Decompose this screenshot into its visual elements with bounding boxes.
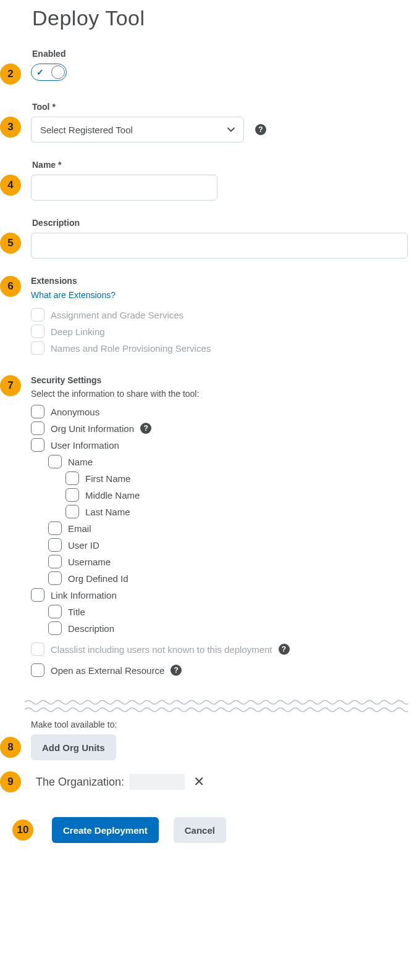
userinfo-label: User Information: [51, 440, 119, 451]
remove-org-icon[interactable]: ✕: [193, 774, 204, 790]
uname-label: Name: [68, 457, 93, 467]
openext-checkbox[interactable]: [31, 663, 44, 677]
ext-dl-label: Deep Linking: [51, 326, 105, 337]
name-input[interactable]: [31, 175, 217, 201]
openext-help-icon[interactable]: ?: [171, 665, 182, 676]
firstname-checkbox[interactable]: [65, 471, 79, 485]
step-badge-6: 6: [0, 276, 21, 297]
cancel-button[interactable]: Cancel: [174, 817, 226, 843]
name-label: Name *: [32, 160, 417, 170]
openext-label: Open as External Resource: [51, 665, 164, 676]
linkdesc-label: Description: [68, 623, 114, 634]
email-checkbox[interactable]: [48, 521, 62, 535]
step-badge-2: 2: [0, 64, 21, 85]
org-name-redacted: [129, 774, 185, 790]
ext-ags-label: Assignment and Grade Services: [51, 310, 183, 320]
step-badge-9: 9: [0, 771, 21, 792]
what-are-extensions-link[interactable]: What are Extensions?: [31, 290, 116, 300]
step-badge-4: 4: [0, 175, 21, 196]
org-label: The Organization:: [36, 776, 124, 789]
username-checkbox[interactable]: [48, 555, 62, 568]
firstname-label: First Name: [85, 473, 130, 484]
tool-select-value: Select Registered Tool: [40, 125, 133, 135]
anonymous-label: Anonymous: [51, 407, 99, 417]
step-badge-3: 3: [0, 117, 21, 138]
enabled-label: Enabled: [32, 49, 417, 59]
orgdefined-label: Org Defined Id: [68, 573, 128, 584]
check-icon: ✓: [36, 67, 44, 77]
tool-select[interactable]: Select Registered Tool: [31, 117, 244, 143]
step-badge-10: 10: [12, 820, 33, 841]
step-badge-7: 7: [0, 375, 21, 396]
classlist-help-icon[interactable]: ?: [279, 644, 290, 655]
ext-dl-checkbox: [31, 325, 44, 338]
security-helper: Select the information to share with the…: [31, 389, 417, 399]
description-input[interactable]: [31, 233, 408, 259]
description-label: Description: [32, 218, 417, 228]
email-label: Email: [68, 523, 91, 534]
classlist-label: Classlist including users not known to t…: [51, 644, 272, 655]
orgunit-help-icon[interactable]: ?: [140, 423, 151, 434]
linktitle-label: Title: [68, 607, 85, 617]
linkinfo-label: Link Information: [51, 590, 117, 600]
username-label: Username: [68, 557, 111, 567]
uname-checkbox[interactable]: [48, 455, 62, 468]
middlename-label: Middle Name: [85, 490, 140, 500]
security-label: Security Settings: [31, 375, 417, 385]
linkdesc-checkbox[interactable]: [48, 621, 62, 635]
enabled-toggle[interactable]: ✓: [31, 64, 67, 81]
classlist-checkbox: [31, 642, 44, 656]
userid-label: User ID: [68, 540, 99, 550]
extensions-label: Extensions: [31, 276, 417, 286]
anonymous-checkbox[interactable]: [31, 405, 44, 418]
section-divider: [25, 697, 417, 715]
userid-checkbox[interactable]: [48, 538, 62, 552]
orgunit-label: Org Unit Information: [51, 423, 134, 434]
toggle-knob: [51, 65, 65, 79]
make-tool-label: Make tool available to:: [31, 720, 417, 729]
tool-help-icon[interactable]: ?: [255, 124, 266, 135]
tool-label: Tool *: [32, 102, 417, 112]
ext-ags-checkbox: [31, 308, 44, 322]
chevron-down-icon: [227, 126, 235, 133]
step-badge-5: 5: [0, 233, 21, 254]
add-org-units-button[interactable]: Add Org Units: [31, 734, 116, 760]
create-deployment-button[interactable]: Create Deployment: [52, 817, 159, 843]
lastname-checkbox[interactable]: [65, 505, 79, 518]
userinfo-checkbox[interactable]: [31, 438, 44, 452]
ext-nrps-label: Names and Role Provisioning Services: [51, 343, 211, 354]
page-title: Deploy Tool: [32, 6, 417, 30]
middlename-checkbox[interactable]: [65, 488, 79, 502]
step-badge-8: 8: [0, 737, 21, 758]
orgunit-checkbox[interactable]: [31, 421, 44, 435]
ext-nrps-checkbox: [31, 341, 44, 355]
lastname-label: Last Name: [85, 507, 130, 517]
linktitle-checkbox[interactable]: [48, 605, 62, 618]
linkinfo-checkbox[interactable]: [31, 588, 44, 602]
orgdefined-checkbox[interactable]: [48, 571, 62, 585]
